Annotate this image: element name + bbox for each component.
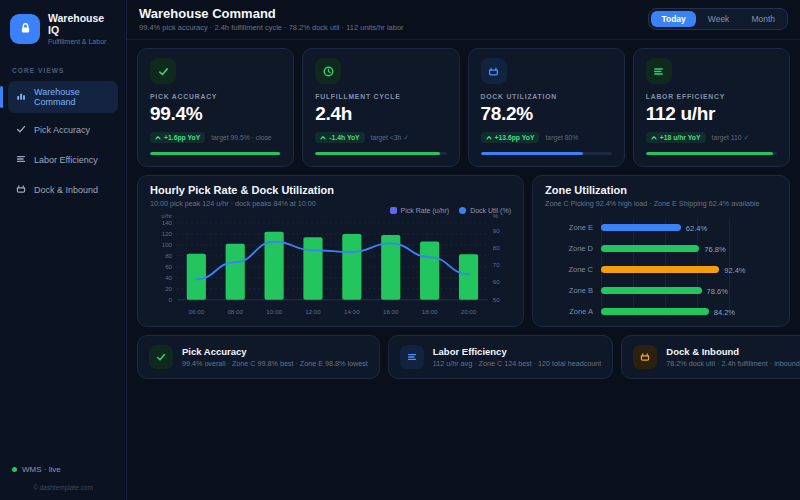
zone-label: Zone E [545,223,601,232]
zone-chart-subtitle: Zone C Picking 92.4% high load · Zone E … [545,199,777,208]
svg-text:40: 40 [165,274,173,281]
kpi-value: 2.4h [315,103,446,125]
svg-text:100: 100 [162,241,173,248]
svg-text:14:00: 14:00 [344,308,360,315]
kpi-target: target <3h ✓ [371,134,409,142]
kpi-progress-track [481,152,612,155]
kpi-target: target 110 ✓ [712,134,750,142]
charts-row: Hourly Pick Rate & Dock Utilization 10:0… [137,175,790,327]
kpi-progress-track [646,152,777,155]
trend-up-icon [486,135,492,141]
zone-bar [601,245,699,252]
zone-value: 84.2% [714,307,735,316]
sidebar-section-label: CORE VIEWS [12,67,114,74]
svg-text:10:00: 10:00 [266,308,282,315]
kpi-label: DOCK UTILIZATION [481,93,612,100]
main-area: Warehouse Command 99.4% pick accuracy · … [127,0,800,500]
range-week-button[interactable]: Week [698,11,740,27]
yoy-badge: +18 u/hr YoY [646,132,706,143]
sidebar: Warehouse IQ Fulfillment & Labor CORE VI… [0,0,127,500]
hourly-chart-svg: 140120100806040200u/hr9080706050%06:0008… [150,212,511,318]
kpi-card-fulfillment-cycle: FULFILLMENT CYCLE 2.4h -1.4h YoY target … [302,48,459,167]
connection-status: WMS · live [12,465,114,474]
svg-text:60: 60 [165,263,173,270]
svg-text:20:00: 20:00 [461,308,477,315]
zone-value: 78.6% [707,286,728,295]
live-status-dot [12,467,17,472]
zone-chart-card: Zone Utilization Zone C Picking 92.4% hi… [532,175,790,327]
kpi-progress-fill [150,152,280,155]
lines-icon [646,58,672,84]
svg-text:120: 120 [162,230,173,237]
kpi-card-pick-accuracy: PICK ACCURACY 99.4% +1.6pp YoY target 99… [137,48,294,167]
sidebar-item-dock-inbound[interactable]: Dock & Inbound [8,177,118,203]
chart-legend: Pick Rate (u/hr) Dock Util (%) [390,207,511,214]
sidebar-item-label: Labor Efficiency [34,155,98,165]
kpi-label: FULFILLMENT CYCLE [315,93,446,100]
legend-dot-marker [459,207,466,214]
summary-title: Dock & Inbound [666,346,800,357]
summary-card-labor-efficiency: Labor Efficiency 112 u/hr avg · Zone C 1… [388,335,613,379]
zone-label: Zone D [545,244,601,253]
summary-title: Labor Efficiency [433,346,601,357]
kpi-value: 99.4% [150,103,281,125]
clock-icon [315,58,341,84]
zone-chart-title: Zone Utilization [545,184,777,197]
yoy-badge: +13.6pp YoY [481,132,540,143]
bar-chart-icon [15,90,27,104]
brand: Warehouse IQ Fulfillment & Labor [0,0,126,55]
kpi-target: target 99.5% · close [211,134,271,141]
svg-text:50: 50 [493,296,501,303]
svg-text:80: 80 [165,252,173,259]
yoy-badge: -1.4h YoY [315,132,364,143]
hourly-chart-title: Hourly Pick Rate & Dock Utilization [150,184,511,197]
page-header: Warehouse Command 99.4% pick accuracy · … [127,0,800,40]
zone-bar [601,287,702,294]
range-today-button[interactable]: Today [651,11,695,27]
kpi-progress-fill [315,152,440,155]
lines-icon [15,153,27,167]
zone-row: Zone E 62.4% [545,217,777,238]
svg-text:70: 70 [493,262,501,269]
sidebar-item-pick-accuracy[interactable]: Pick Accuracy [8,117,118,143]
zone-bar [601,224,681,231]
kpi-progress-fill [481,152,583,155]
zone-row: Zone D 76.8% [545,238,777,259]
summary-card-dock-inbound: Dock & Inbound 78.2% dock util · 2.4h fu… [621,335,800,379]
dock-icon [481,58,507,84]
kpi-target: target 80% [545,134,578,141]
legend-square-marker [390,207,397,214]
app-root: Warehouse IQ Fulfillment & Labor CORE VI… [0,0,800,500]
sidebar-item-labor-efficiency[interactable]: Labor Efficiency [8,147,118,173]
check-icon [149,345,173,369]
app-title: Warehouse IQ [48,12,116,36]
summary-text: 78.2% dock util · 2.4h fulfillment · inb… [666,359,800,368]
sidebar-item-label: Warehouse Command [34,87,111,107]
svg-text:60: 60 [493,279,501,286]
sidebar-item-label: Pick Accuracy [34,125,90,135]
check-icon [15,123,27,137]
sidebar-item-label: Dock & Inbound [34,185,98,195]
svg-text:08:00: 08:00 [227,308,243,315]
svg-text:80: 80 [493,245,501,252]
svg-text:18:00: 18:00 [422,308,438,315]
zone-label: Zone C [545,265,601,274]
lock-icon [10,14,40,44]
dashboard-content: PICK ACCURACY 99.4% +1.6pp YoY target 99… [127,40,800,387]
kpi-card-dock-utilization: DOCK UTILIZATION 78.2% +13.6pp YoY targe… [468,48,625,167]
sidebar-item-warehouse-command[interactable]: Warehouse Command [8,81,118,113]
zone-chart-body: Zone E 62.4% Zone D 76.8% Zone C 92.4% [545,217,777,322]
range-month-button[interactable]: Month [741,11,785,27]
zone-label: Zone A [545,307,601,316]
zone-row: Zone C 92.4% [545,259,777,280]
kpi-label: PICK ACCURACY [150,93,281,100]
sidebar-footer: WMS · live © dashtemplate.com [0,455,126,500]
zone-value: 62.4% [686,223,707,232]
zone-value: 76.8% [704,244,725,253]
copyright: © dashtemplate.com [12,484,114,491]
lines-icon [400,345,424,369]
kpi-progress-track [315,152,446,155]
zone-bar [601,266,719,273]
dock-icon [633,345,657,369]
kpi-value: 112 u/hr [646,103,777,125]
